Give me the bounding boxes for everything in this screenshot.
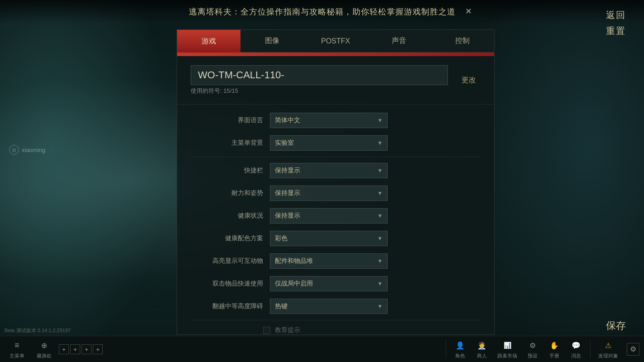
hotbar-label: 快捷栏 bbox=[191, 167, 263, 175]
tab-control[interactable]: 控制 bbox=[431, 30, 494, 52]
chevron-down-icon: ▼ bbox=[377, 213, 383, 219]
bottom-item-character[interactable]: 👤 角色 bbox=[451, 338, 469, 360]
vault-dropdown[interactable]: 热键 ▼ bbox=[270, 299, 388, 314]
setting-row-menu-bg: 主菜单背景 实验室 ▼ bbox=[177, 132, 494, 154]
merchant-label: 商人 bbox=[477, 352, 487, 359]
bottom-right-section: 👤 角色 🧑‍💼 商人 📊 跳蚤市场 ⚙ 预设 ✋ 手册 💬 消息 ⚠ 发现对象 bbox=[444, 338, 639, 360]
language-control: 简体中文 ▼ bbox=[270, 113, 388, 128]
chevron-down-icon: ▼ bbox=[377, 303, 383, 310]
stash-icon: ⊕ bbox=[38, 339, 51, 352]
bottom-item-merchant[interactable]: 🧑‍💼 商人 bbox=[473, 338, 491, 360]
username-label: xiaoming bbox=[22, 147, 45, 153]
bottom-item-discover[interactable]: ⚠ 发现对象 bbox=[596, 338, 621, 360]
highlight-label: 高亮显示可互动物 bbox=[191, 257, 263, 265]
top-banner-text: 逃离塔科夫：全方位操作指南与攻略秘籍，助你轻松掌握游戏制胜之道 bbox=[189, 6, 456, 17]
change-name-button[interactable]: 更改 bbox=[457, 76, 481, 85]
flea-label: 跳蚤市场 bbox=[497, 352, 517, 359]
message-icon: 💬 bbox=[570, 339, 582, 352]
double-click-label: 双击物品快速使用 bbox=[191, 280, 263, 288]
bottom-item-handbook[interactable]: ✋ 手册 bbox=[545, 338, 563, 360]
settings-gear-btn[interactable]: ⚙ bbox=[627, 343, 639, 356]
teach-hint-checkbox bbox=[263, 327, 270, 334]
divider bbox=[446, 340, 446, 358]
accent-bar bbox=[177, 52, 494, 56]
stamina-dropdown[interactable]: 保持显示 ▼ bbox=[270, 186, 388, 201]
profile-name-input[interactable] bbox=[191, 65, 448, 85]
chevron-down-icon: ▼ bbox=[377, 140, 383, 146]
bottom-item-preset[interactable]: ⚙ 预设 bbox=[524, 338, 542, 360]
chevron-down-icon: ▼ bbox=[377, 258, 383, 264]
warning-icon: ⚠ bbox=[602, 339, 615, 352]
profile-name-wrap: 使用的符号: 15/15 bbox=[191, 65, 448, 95]
health-color-label: 健康配色方案 bbox=[191, 234, 263, 243]
tab-postfx[interactable]: POSTFX bbox=[304, 30, 367, 52]
left-info: ◎ xiaoming bbox=[9, 145, 45, 155]
tab-sound[interactable]: 声音 bbox=[367, 30, 431, 52]
teach-hint-label: 教育提示 bbox=[275, 326, 300, 334]
bottom-bar: ≡ 主菜单 ⊕ 藏身处 + + + + 👤 角色 🧑‍💼 商人 📊 跳蚤市场 ⚙… bbox=[0, 336, 644, 362]
stamina-control: 保持显示 ▼ bbox=[270, 186, 388, 201]
message-label: 消息 bbox=[571, 352, 581, 359]
action-btn-3[interactable]: + bbox=[82, 344, 91, 354]
highlight-dropdown[interactable]: 配件和物品堆 ▼ bbox=[270, 253, 388, 269]
close-icon[interactable]: ✕ bbox=[465, 6, 472, 16]
chevron-down-icon: ▼ bbox=[377, 167, 383, 174]
settings-container: 界面语言 简体中文 ▼ 主菜单背景 实验室 ▼ bbox=[177, 105, 494, 334]
bottom-item-main-menu[interactable]: ≡ 主菜单 bbox=[5, 338, 29, 360]
setting-row-vault: 翻越中等高度障碍 热键 ▼ bbox=[177, 295, 494, 318]
merchant-icon: 🧑‍💼 bbox=[476, 339, 488, 352]
action-btn-1[interactable]: + bbox=[59, 344, 69, 354]
stash-label: 藏身处 bbox=[37, 352, 52, 359]
bottom-item-flea[interactable]: 📊 跳蚤市场 bbox=[495, 338, 520, 360]
setting-row-health: 健康状况 保持显示 ▼ bbox=[177, 205, 494, 227]
top-banner: 逃离塔科夫：全方位操作指南与攻略秘籍，助你轻松掌握游戏制胜之道 ✕ bbox=[0, 0, 644, 24]
reset-button[interactable]: 重置 bbox=[606, 25, 626, 37]
health-control: 保持显示 ▼ bbox=[270, 208, 388, 224]
setting-row-language: 界面语言 简体中文 ▼ bbox=[177, 109, 494, 132]
health-label: 健康状况 bbox=[191, 212, 263, 220]
double-click-dropdown[interactable]: 仅战局中启用 ▼ bbox=[270, 276, 388, 291]
right-buttons: 返回 重置 bbox=[606, 9, 626, 37]
handbook-label: 手册 bbox=[549, 352, 559, 359]
beta-version: Beta 测试版本 0.14.1.2.29197 bbox=[5, 327, 71, 334]
bottom-item-stash[interactable]: ⊕ 藏身处 bbox=[32, 338, 57, 360]
setting-row-double-click: 双击物品快速使用 仅战局中启用 ▼ bbox=[177, 272, 494, 295]
tab-bar: 游戏 图像 POSTFX 声音 控制 bbox=[177, 30, 494, 52]
menu-bg-control: 实验室 ▼ bbox=[270, 135, 388, 151]
health-color-control: 彩色 ▼ bbox=[270, 231, 388, 246]
setting-row-stamina: 耐力和姿势 保持显示 ▼ bbox=[177, 182, 494, 205]
health-dropdown[interactable]: 保持显示 ▼ bbox=[270, 208, 388, 224]
save-button[interactable]: 保存 bbox=[606, 319, 626, 333]
preset-label: 预设 bbox=[528, 352, 538, 359]
chevron-down-icon: ▼ bbox=[377, 281, 383, 287]
double-click-control: 仅战局中启用 ▼ bbox=[270, 276, 388, 291]
chevron-down-icon: ▼ bbox=[377, 117, 383, 124]
divider-2 bbox=[590, 340, 591, 358]
language-label: 界面语言 bbox=[191, 116, 263, 124]
profile-section: 使用的符号: 15/15 更改 bbox=[177, 56, 494, 105]
tab-image[interactable]: 图像 bbox=[240, 30, 304, 52]
user-icon: ◎ bbox=[9, 145, 19, 155]
teach-hint-row: 教育提示 bbox=[250, 323, 494, 334]
separator-1 bbox=[191, 157, 481, 157]
setting-row-health-color: 健康配色方案 彩色 ▼ bbox=[177, 227, 494, 250]
chevron-down-icon: ▼ bbox=[377, 235, 383, 242]
chevron-down-icon: ▼ bbox=[377, 190, 383, 196]
content-area: 使用的符号: 15/15 更改 界面语言 简体中文 ▼ 主菜单背景 bbox=[177, 56, 494, 334]
action-btn-4[interactable]: + bbox=[93, 344, 103, 354]
handbook-icon: ✋ bbox=[548, 339, 561, 352]
main-panel: 游戏 图像 POSTFX 声音 控制 使用的符号: 15/15 更改 bbox=[177, 29, 495, 335]
bottom-item-message[interactable]: 💬 消息 bbox=[567, 338, 585, 360]
profile-chars: 使用的符号: 15/15 bbox=[191, 87, 448, 95]
discover-label: 发现对象 bbox=[598, 352, 618, 359]
character-icon: 👤 bbox=[454, 339, 466, 352]
action-buttons: + + + + bbox=[59, 344, 103, 354]
tab-game[interactable]: 游戏 bbox=[177, 30, 240, 52]
bg-blur-left bbox=[0, 0, 172, 362]
health-color-dropdown[interactable]: 彩色 ▼ bbox=[270, 231, 388, 246]
back-button[interactable]: 返回 bbox=[606, 9, 626, 21]
action-btn-2[interactable]: + bbox=[70, 344, 80, 354]
language-dropdown[interactable]: 简体中文 ▼ bbox=[270, 113, 388, 128]
menu-bg-dropdown[interactable]: 实验室 ▼ bbox=[270, 135, 388, 151]
hotbar-dropdown[interactable]: 保持显示 ▼ bbox=[270, 163, 388, 178]
